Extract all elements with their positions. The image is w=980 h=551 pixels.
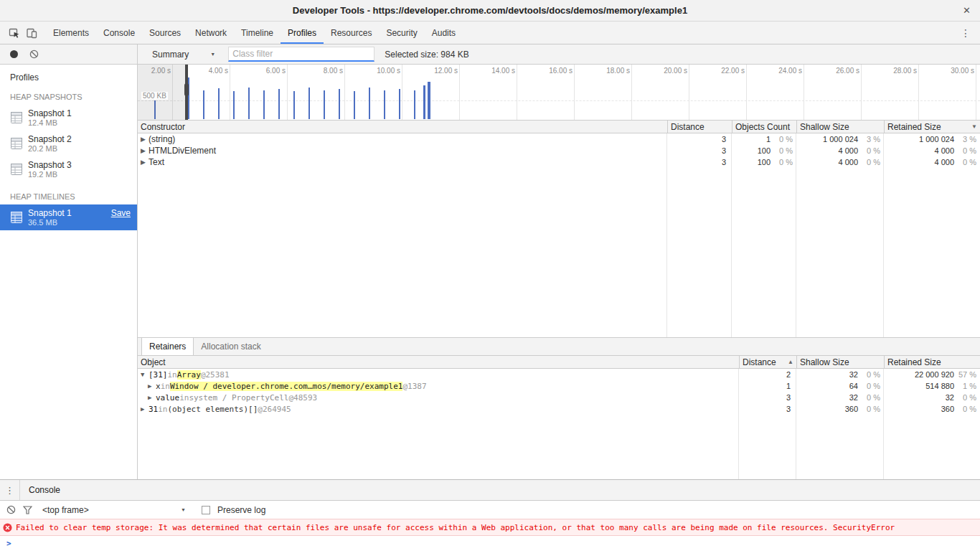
heap-snapshot-icon — [10, 211, 23, 224]
col-retained-size[interactable]: Retained Size▼ — [884, 121, 980, 133]
execution-context-value: <top frame> — [42, 505, 89, 515]
col-distance[interactable]: Distance▲ — [739, 356, 796, 368]
cell-value: 1 000 024 — [884, 135, 954, 143]
record-heap-icon[interactable] — [10, 50, 18, 58]
window-title: Developer Tools - https://developer.chro… — [293, 5, 687, 16]
sort-asc-icon: ▲ — [785, 359, 793, 365]
disclosure-triangle-icon[interactable]: ▶ — [148, 394, 156, 401]
grid-line — [631, 65, 632, 120]
column-title: Distance — [671, 122, 705, 132]
save-link[interactable]: Save — [111, 208, 131, 218]
disclosure-triangle-icon[interactable]: ▶ — [148, 382, 156, 390]
object-cell: ▶value in system / PropertyCell @48593 — [138, 393, 739, 402]
clear-console-icon[interactable] — [6, 505, 16, 514]
tab-security[interactable]: Security — [379, 22, 424, 44]
tab-profiles[interactable]: Profiles — [281, 22, 324, 44]
heap-snapshot-icon — [10, 137, 23, 150]
grid-line — [689, 65, 689, 120]
col-object[interactable]: Object — [138, 356, 739, 368]
preserve-log-label[interactable]: Preserve log — [217, 505, 265, 515]
drawer-tab-console[interactable]: Console — [20, 480, 69, 500]
tab-elements[interactable]: Elements — [46, 22, 96, 44]
col-distance[interactable]: Distance — [667, 121, 732, 133]
selection-handle[interactable] — [185, 65, 188, 120]
tab-resources[interactable]: Resources — [324, 22, 379, 44]
object-text-segment: 31 — [149, 405, 158, 414]
disclosure-triangle-icon[interactable]: ▶ — [141, 159, 149, 166]
distance-cell: 1 — [739, 382, 796, 390]
grid-line — [230, 65, 230, 120]
object-cell: ▼[31] in Array @25381 — [138, 370, 739, 380]
grid-line — [517, 65, 517, 120]
heap-allocation-bar — [203, 90, 204, 119]
constructor-row[interactable]: ▶HTMLDivElement31000 %4 0000 %4 0000 % — [138, 145, 980, 156]
retainer-row[interactable]: ▶31 in (object elements)[] @26494533600 … — [138, 403, 980, 415]
disclosure-triangle-icon[interactable]: ▼ — [141, 371, 149, 378]
col-shallow-size[interactable]: Shallow Size — [796, 356, 884, 368]
profile-list-item[interactable]: Snapshot 112.4 MB — [0, 105, 137, 131]
ruler-tick-label: 28.00 s — [874, 67, 917, 75]
class-filter-input[interactable] — [228, 47, 374, 62]
preserve-log-checkbox[interactable] — [202, 506, 210, 514]
disclosure-triangle-icon[interactable]: ▶ — [141, 136, 149, 143]
ruler-tick-label: 24.00 s — [759, 67, 802, 75]
heap-overview[interactable]: 500 KB 2.00 s4.00 s6.00 s8.00 s10.00 s12… — [138, 65, 980, 121]
grid-line — [976, 65, 976, 120]
scale-label: 500 KB — [141, 92, 168, 100]
cell-value: 4 000 — [884, 146, 954, 155]
heap-allocation-bar — [278, 89, 280, 119]
heap-allocation-bar — [293, 91, 295, 119]
tab-retainers[interactable]: Retainers — [141, 338, 194, 355]
profile-list-item[interactable]: Snapshot 220.2 MB — [0, 131, 137, 156]
profile-list-item[interactable]: Snapshot 136.5 MBSave — [0, 204, 137, 230]
col-shallow-size[interactable]: Shallow Size — [796, 121, 884, 133]
tab-audits[interactable]: Audits — [425, 22, 463, 44]
cell-value: 4 000 — [796, 146, 858, 155]
col-retained-size[interactable]: Retained Size — [884, 356, 980, 368]
grid-line — [574, 65, 575, 120]
tab-allocation-stack[interactable]: Allocation stack — [194, 338, 268, 355]
panel-tab-strip: ElementsConsoleSourcesNetworkTimelinePro… — [46, 22, 463, 44]
profile-list-item[interactable]: Snapshot 319.2 MB — [0, 156, 137, 182]
clear-profiles-icon[interactable] — [29, 50, 39, 59]
constructor-row[interactable]: ▶(string)310 %1 000 0243 %1 000 0243 % — [138, 133, 980, 145]
constructor-name: HTMLDivElement — [149, 146, 216, 156]
profiles-sidebar: Profiles HEAP SNAPSHOTSSnapshot 112.4 MB… — [0, 44, 138, 479]
console-prompt[interactable]: > — [0, 536, 980, 551]
cell-value: 32 — [796, 393, 858, 402]
tab-timeline[interactable]: Timeline — [234, 22, 281, 44]
col-objects-count[interactable]: Objects Count — [732, 121, 796, 133]
sidebar-section-heading: HEAP SNAPSHOTS — [0, 83, 137, 105]
retainer-row[interactable]: ▶value in system / PropertyCell @4859333… — [138, 392, 980, 403]
cell-percent: 0 % — [858, 405, 884, 413]
tab-sources[interactable]: Sources — [142, 22, 188, 44]
cell-value: 4 000 — [796, 158, 858, 166]
disclosure-triangle-icon[interactable]: ▶ — [141, 405, 149, 413]
constructor-row[interactable]: ▶Text31000 %4 0000 %4 0000 % — [138, 156, 980, 168]
object-text-segment: @1387 — [402, 382, 426, 391]
distance-cell: 3 — [739, 405, 796, 413]
close-icon[interactable]: ✕ — [963, 5, 971, 16]
drawer-menu-kebab-icon[interactable]: ⋮ — [0, 480, 20, 500]
tab-network[interactable]: Network — [188, 22, 234, 44]
main-menu-kebab-icon[interactable]: ⋮ — [958, 27, 973, 39]
sidebar-title: Profiles — [0, 65, 137, 83]
col-constructor[interactable]: Constructor — [138, 121, 667, 133]
tab-console[interactable]: Console — [96, 22, 142, 44]
filter-icon[interactable] — [23, 506, 32, 514]
inspect-element-icon[interactable] — [6, 24, 23, 42]
device-toolbar-icon[interactable] — [23, 24, 40, 42]
perspective-select[interactable]: Summary ▼ — [152, 50, 220, 60]
disclosure-triangle-icon[interactable]: ▶ — [141, 147, 149, 154]
heap-allocation-bar — [233, 91, 235, 119]
retainer-row[interactable]: ▶x in Window / developer.chrome.com…mos/… — [138, 380, 980, 392]
retainer-row[interactable]: ▼[31] in Array @253812320 %22 000 92057 … — [138, 369, 980, 380]
column-title: Retained Size — [887, 357, 941, 367]
execution-context-select[interactable]: <top frame> ▼ — [42, 505, 186, 515]
cell-value: 32 — [884, 393, 954, 402]
chevron-down-icon: ▼ — [210, 52, 215, 57]
distance-cell: 3 — [667, 146, 732, 155]
heap-allocation-bar — [354, 91, 355, 119]
cell-percent: 1 % — [954, 382, 980, 390]
heap-allocation-bar — [248, 88, 250, 119]
